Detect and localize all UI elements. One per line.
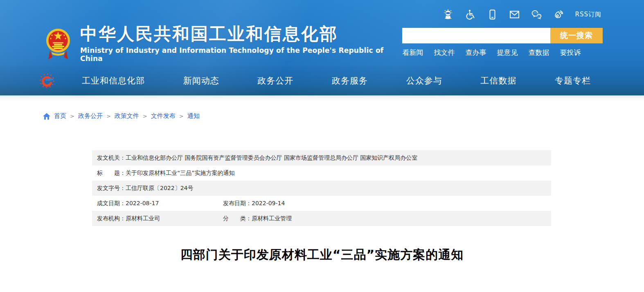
- nav-item-news[interactable]: 新闻动态: [183, 75, 219, 86]
- meta-row-title: 标 题： 关于印发原材料工业“三品”实施方案的通知: [92, 165, 551, 181]
- main-content: 首页 > 政务公开 > 政策文件 > 文件发布 > 通知 发文机关： 工业和信息…: [0, 112, 644, 263]
- site-subtitle: Ministry of Industry and Information Tec…: [80, 46, 402, 63]
- breadcrumb-item-notice[interactable]: 通知: [187, 112, 200, 120]
- meta-value: 工信厅联原〔2022〕24号: [126, 185, 193, 192]
- meta-value: 工业和信息化部办公厅 国务院国有资产监督管理委员会办公厅 国家市场监督管理总局办…: [126, 154, 417, 162]
- miit-gear-logo-icon: [39, 72, 56, 89]
- meta-row-doc-number: 发文字号： 工信厅联原〔2022〕24号: [92, 181, 551, 196]
- brand[interactable]: 中华人民共和国工业和信息化部 Ministry of Industry and …: [46, 25, 402, 63]
- meta-label: 标 题：: [97, 170, 126, 177]
- search-input[interactable]: [402, 28, 550, 43]
- breadcrumb: 首页 > 政务公开 > 政策文件 > 文件发布 > 通知: [43, 112, 644, 120]
- mail-icon[interactable]: [509, 9, 520, 20]
- header-top-strip: RSS订阅: [0, 0, 644, 20]
- quick-link-complaint[interactable]: 要投诉: [560, 48, 581, 57]
- mobile-icon[interactable]: [487, 9, 498, 20]
- nav-item-participation[interactable]: 公众参与: [406, 75, 442, 86]
- meta-value: 原材料工业管理: [252, 215, 292, 222]
- nav-item-topics[interactable]: 专题专栏: [555, 75, 591, 86]
- quick-link-files[interactable]: 找文件: [434, 48, 455, 57]
- meta-value: 关于印发原材料工业“三品”实施方案的通知: [126, 170, 235, 177]
- article-title: 四部门关于印发原材料工业“三品”实施方案的通知: [16, 247, 628, 263]
- unified-search-button[interactable]: 统一搜索: [550, 28, 603, 43]
- quick-link-suggest[interactable]: 提意见: [497, 48, 518, 57]
- quick-link-data[interactable]: 查数据: [528, 48, 549, 57]
- meta-label: 成文日期：: [97, 200, 126, 207]
- search-area: 统一搜索 看新闻 找文件 查办事 提意见 查数据 要投诉: [402, 28, 603, 63]
- site-header: RSS订阅: [0, 0, 644, 95]
- home-icon[interactable]: [43, 113, 50, 120]
- breadcrumb-separator: >: [179, 113, 184, 119]
- nav-item-miit[interactable]: 工业和信息化部: [82, 75, 145, 86]
- breadcrumb-separator: >: [106, 113, 111, 119]
- breadcrumb-separator: >: [143, 113, 147, 119]
- meta-label: 分 类：: [223, 215, 252, 222]
- document-meta-table: 发文机关： 工业和信息化部办公厅 国务院国有资产监督管理委员会办公厅 国家市场监…: [92, 150, 551, 226]
- nav-item-gov-service[interactable]: 政务服务: [332, 75, 368, 86]
- breadcrumb-item-gov-open[interactable]: 政务公开: [78, 112, 103, 120]
- meta-label: 发文机关：: [97, 154, 126, 162]
- robot-icon[interactable]: [443, 9, 454, 20]
- meta-label: 发布日期：: [223, 200, 252, 207]
- accessibility-icon[interactable]: [465, 9, 476, 20]
- quick-link-news[interactable]: 看新闻: [402, 48, 423, 57]
- weibo-icon[interactable]: [553, 9, 564, 20]
- meta-value: 2022-09-14: [252, 200, 285, 207]
- nav-item-gov-open[interactable]: 政务公开: [257, 75, 293, 86]
- main-nav: 工业和信息化部 新闻动态 政务公开 政务服务 公众参与 工信数据 专题专栏: [0, 66, 644, 95]
- breadcrumb-item-policy-files[interactable]: 政策文件: [115, 112, 139, 120]
- rss-subscribe-link[interactable]: RSS订阅: [575, 11, 601, 18]
- quick-link-services[interactable]: 查办事: [465, 48, 486, 57]
- brand-text: 中华人民共和国工业和信息化部 Ministry of Industry and …: [80, 25, 402, 63]
- meta-label: 发布机构：: [97, 215, 126, 222]
- site-title: 中华人民共和国工业和信息化部: [80, 25, 402, 43]
- breadcrumb-item-file-release[interactable]: 文件发布: [151, 112, 176, 120]
- meta-row-publisher-category: 发布机构： 原材料工业司 分 类： 原材料工业管理: [92, 211, 551, 226]
- national-emblem-icon: [46, 25, 70, 63]
- meta-label: 发文字号：: [97, 185, 126, 192]
- nav-items: 工业和信息化部 新闻动态 政务公开 政务服务 公众参与 工信数据 专题专栏: [82, 75, 591, 86]
- meta-value: 原材料工业司: [126, 215, 160, 222]
- breadcrumb-home[interactable]: 首页: [54, 112, 66, 120]
- brand-row: 中华人民共和国工业和信息化部 Ministry of Industry and …: [0, 20, 644, 63]
- breadcrumb-separator: >: [70, 113, 74, 119]
- nav-item-data[interactable]: 工信数据: [480, 75, 516, 86]
- meta-row-dates: 成文日期： 2022-08-17 发布日期： 2022-09-14: [92, 196, 551, 211]
- header-fade-strip: [0, 95, 644, 102]
- quick-links: 看新闻 找文件 查办事 提意见 查数据 要投诉: [402, 48, 603, 57]
- wechat-icon[interactable]: [531, 9, 542, 20]
- meta-row-issuing-agency: 发文机关： 工业和信息化部办公厅 国务院国有资产监督管理委员会办公厅 国家市场监…: [92, 150, 551, 165]
- meta-value: 2022-08-17: [126, 200, 159, 207]
